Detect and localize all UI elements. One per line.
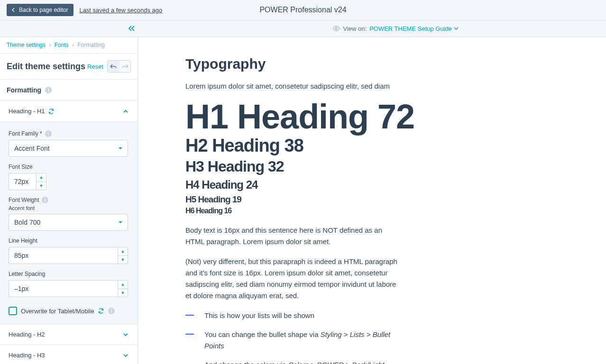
font-size-step-up[interactable]: ▲ — [37, 173, 46, 182]
redo-button[interactable] — [119, 61, 130, 72]
list-item: And change the colors via Colors > POWER… — [185, 359, 399, 364]
info-icon[interactable]: i — [42, 197, 48, 203]
accordion-h3-header[interactable]: Heading - H3 — [0, 345, 138, 364]
redo-icon — [122, 64, 129, 69]
undo-icon — [110, 64, 117, 69]
font-family-label: Font Family * i — [9, 130, 129, 137]
topbar: Back to page editor Last saved a few sec… — [0, 0, 606, 20]
font-weight-select[interactable]: Bold 700 — [9, 214, 128, 231]
info-icon[interactable]: i — [45, 87, 52, 93]
letter-spacing-step-up[interactable]: ▲ — [118, 281, 128, 289]
line-height-step-down[interactable]: ▼ — [118, 255, 128, 264]
info-icon[interactable]: i — [108, 308, 115, 314]
caret-down-icon — [118, 221, 123, 224]
chevron-left-icon — [11, 8, 16, 12]
breadcrumb-theme-settings[interactable]: Theme settings — [7, 42, 46, 48]
chevron-right-icon: › — [72, 42, 74, 48]
preview-body1: Body text is 16px and this sentence here… — [185, 225, 399, 247]
list-item: This is how your lists will be shown — [185, 310, 399, 321]
breadcrumb-fonts[interactable]: Fonts — [55, 42, 69, 48]
preview-intro: Lorem ipsum dolor sit amet, consetetur s… — [185, 81, 399, 92]
undo-redo-group — [107, 60, 131, 73]
bullet-dash-icon — [185, 315, 194, 316]
preview-h1: H1 Heading 72 — [185, 100, 559, 133]
sync-icon — [48, 108, 55, 115]
accordion-h1: Heading - H1 Font Family * i Accent Font — [0, 101, 138, 324]
accordion-h2-header[interactable]: Heading - H2 — [0, 324, 138, 345]
preview-body2: (Not) very different, but this parapraph… — [185, 256, 399, 301]
breadcrumb-current: Formatting — [77, 42, 104, 48]
info-icon[interactable]: i — [45, 130, 52, 137]
preview-h4: H4 Heading 24 — [185, 178, 559, 191]
preview-h5: H5 Heading 19 — [185, 194, 559, 205]
preview-h6: H6 Heading 16 — [185, 207, 559, 215]
chevron-up-icon — [122, 108, 129, 115]
line-height-step-up[interactable]: ▲ — [118, 247, 128, 255]
page-title: POWER Professional v24 — [259, 6, 346, 14]
last-saved-link[interactable]: Last saved a few seconds ago — [79, 7, 162, 14]
accordion-h1-body: Font Family * i Accent Font Font Size ▲ — [0, 121, 138, 324]
accordion-h2: Heading - H2 — [0, 324, 138, 345]
preview-pane: Typography Lorem ipsum dolor sit amet, c… — [138, 37, 606, 364]
chevron-down-icon — [122, 352, 129, 359]
font-weight-helper: Accent font — [9, 205, 129, 211]
collapse-sidebar-button[interactable] — [128, 25, 136, 32]
sidebar: Theme settings › Fonts › Formatting Edit… — [0, 37, 138, 364]
svg-point-0 — [335, 27, 337, 29]
preview-h3: H3 Heading 32 — [185, 158, 559, 175]
sync-icon — [98, 308, 104, 314]
letter-spacing-step-down[interactable]: ▼ — [118, 289, 128, 297]
font-weight-label: Font Weight i — [9, 197, 129, 203]
list-item: You can change the bullet shape via Styl… — [185, 329, 399, 352]
breadcrumb: Theme settings › Fonts › Formatting — [0, 37, 138, 54]
chevrons-left-icon — [128, 25, 136, 32]
preview-h2: H2 Heading 38 — [185, 136, 559, 156]
overwrite-label: Overwrite for Tablet/Mobile — [21, 308, 94, 315]
caret-down-icon — [454, 27, 459, 30]
section-formatting: Formatting i — [0, 80, 138, 101]
font-size-input[interactable] — [9, 173, 36, 190]
caret-down-icon — [118, 147, 123, 150]
preview-title: Typography — [185, 56, 559, 72]
eye-icon — [332, 26, 340, 31]
chevron-down-icon — [122, 331, 129, 338]
chevron-right-icon: › — [49, 42, 51, 48]
letter-spacing-label: Letter Spacing — [9, 271, 129, 277]
panel-title: Edit theme settings — [7, 62, 85, 72]
reset-button[interactable]: Reset — [87, 63, 103, 70]
accordion-h1-header[interactable]: Heading - H1 — [0, 101, 138, 121]
back-label: Back to page editor — [19, 7, 68, 13]
bullet-dash-icon — [185, 334, 194, 335]
accordion-h3: Heading - H3 — [0, 345, 138, 364]
font-size-step-down[interactable]: ▼ — [37, 182, 46, 190]
font-family-select[interactable]: Accent Font — [9, 140, 128, 157]
font-size-label: Font Size — [9, 164, 129, 170]
line-height-label: Line Height — [9, 237, 129, 244]
subbar: View on: POWER THEME Setup Guide — [0, 20, 606, 37]
line-height-input[interactable] — [9, 247, 118, 264]
back-to-editor-button[interactable]: Back to page editor — [7, 4, 73, 16]
setup-guide-link[interactable]: POWER THEME Setup Guide — [369, 25, 459, 32]
view-on-group: View on: POWER THEME Setup Guide — [332, 25, 459, 32]
undo-button[interactable] — [108, 61, 119, 72]
view-on-label: View on: — [343, 25, 367, 32]
letter-spacing-input[interactable] — [9, 280, 118, 297]
overwrite-checkbox[interactable] — [9, 307, 17, 315]
preview-list: This is how your lists will be shown You… — [185, 310, 559, 364]
panel-header: Edit theme settings Reset — [0, 54, 138, 80]
